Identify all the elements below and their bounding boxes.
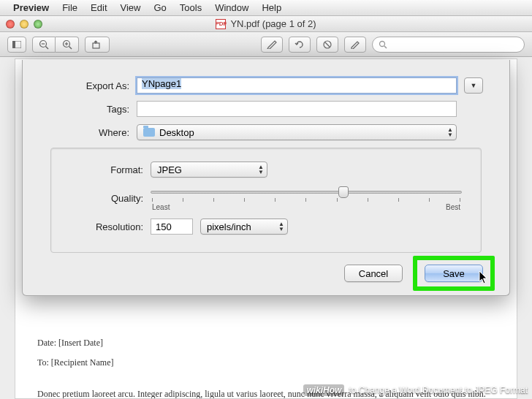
window-title: YN.pdf (page 1 of 2) (230, 18, 316, 29)
close-button[interactable] (6, 20, 15, 28)
watermark-brand: wikiHow (303, 384, 344, 396)
menu-edit[interactable]: Edit (91, 2, 107, 13)
rotate-button[interactable] (289, 37, 311, 53)
folder-icon (143, 128, 155, 137)
highlight-button[interactable] (261, 37, 283, 53)
cursor-icon (479, 270, 489, 285)
svg-rect-9 (93, 43, 99, 48)
pdf-icon: PDF (216, 19, 226, 29)
quality-slider[interactable] (151, 185, 462, 200)
format-value: JPEG (157, 164, 182, 175)
zoom-button[interactable] (34, 20, 42, 28)
doc-line2: To: [Recipient Name] (37, 357, 495, 369)
updown-icon: ▲▼ (447, 127, 453, 137)
resolution-units-value: pixels/inch (207, 221, 251, 232)
minimize-button[interactable] (20, 20, 28, 28)
watermark: wikiHow to Change a Word Document to JPE… (303, 384, 528, 396)
save-button[interactable]: Save (425, 265, 483, 282)
resolution-label: Resolution: (70, 221, 151, 232)
share-button[interactable] (85, 37, 110, 53)
svg-line-6 (69, 46, 72, 49)
doc-line1: Date: [Insert Date] (37, 337, 495, 349)
quality-least-label: Least (152, 203, 170, 211)
toolbar (0, 32, 532, 57)
menu-window[interactable]: Window (215, 2, 248, 13)
menu-view[interactable]: View (121, 2, 141, 13)
cancel-label: Cancel (359, 268, 388, 279)
window-titlebar: PDF YN.pdf (page 1 of 2) (0, 16, 532, 32)
export-as-field[interactable]: YNpage1 (137, 77, 457, 94)
where-value: Desktop (159, 127, 194, 138)
tags-label: Tags: (49, 104, 137, 115)
menu-help[interactable]: Help (262, 2, 281, 13)
svg-rect-1 (12, 41, 15, 48)
slider-thumb[interactable] (338, 186, 349, 198)
menu-go[interactable]: Go (153, 2, 166, 13)
updown-icon: ▲▼ (278, 221, 284, 232)
menu-tools[interactable]: Tools (180, 2, 202, 13)
tutorial-highlight: Save (413, 256, 495, 291)
edit-button[interactable] (344, 37, 366, 53)
export-sheet: Export As: YNpage1 ▼ Tags: Where: Deskto… (22, 60, 510, 296)
markup-button[interactable] (316, 37, 338, 53)
menubar: Preview File Edit View Go Tools Window H… (0, 0, 532, 16)
svg-line-12 (384, 46, 387, 48)
chevron-down-icon: ▼ (471, 82, 477, 89)
format-label: Format: (70, 164, 151, 175)
resolution-units-popup[interactable]: pixels/inch ▲▼ (200, 218, 288, 235)
format-popup[interactable]: JPEG ▲▼ (151, 162, 267, 178)
zoom-segment (32, 37, 79, 53)
save-label: Save (443, 268, 465, 279)
format-panel: Format: JPEG ▲▼ Quality: Least Best (50, 148, 482, 253)
svg-line-3 (46, 46, 49, 49)
tags-field[interactable] (137, 101, 457, 117)
zoom-in-button[interactable] (56, 37, 79, 53)
watermark-text: to Change a Word Document to JPEG Format (349, 385, 528, 395)
svg-point-11 (380, 41, 385, 46)
sidebar-toggle-button[interactable] (7, 37, 26, 53)
zoom-out-button[interactable] (32, 37, 56, 53)
search-icon (379, 40, 387, 49)
window-controls (6, 20, 42, 28)
quality-best-label: Best (446, 203, 460, 211)
menu-file[interactable]: File (62, 2, 77, 13)
cancel-button[interactable]: Cancel (344, 265, 403, 282)
updown-icon: ▲▼ (258, 164, 264, 175)
search-field[interactable] (372, 37, 525, 53)
where-popup[interactable]: Desktop ▲▼ (137, 124, 457, 140)
quality-label: Quality: (70, 193, 151, 204)
export-as-label: Export As: (49, 80, 137, 91)
where-label: Where: (49, 127, 137, 138)
menu-app[interactable]: Preview (13, 2, 49, 13)
export-as-value: YNpage1 (142, 78, 181, 89)
expand-save-panel-button[interactable]: ▼ (464, 77, 483, 94)
resolution-field[interactable] (151, 218, 193, 235)
